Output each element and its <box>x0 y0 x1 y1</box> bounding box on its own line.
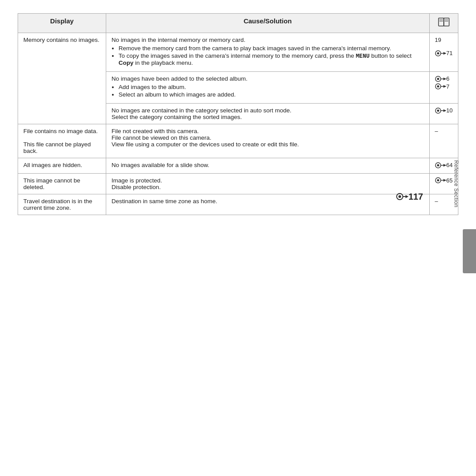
book-icon <box>438 17 450 28</box>
cause-cell-1c: No images are contained in the category … <box>106 104 430 124</box>
cause-cell-hidden: No images available for a slide show. <box>106 158 430 174</box>
troubleshooting-table: Display Cause/Solution <box>18 13 458 215</box>
ref-arrow-6: 6 <box>435 75 450 82</box>
svg-point-20 <box>437 109 439 112</box>
ref-arrow-7: 7 <box>435 83 450 90</box>
ref-arrow-64: 64 <box>435 162 453 168</box>
svg-rect-1 <box>439 18 444 26</box>
page-number-text: 117 <box>409 192 423 202</box>
ref-arrow-71: 71 <box>435 50 453 56</box>
header-ref <box>429 14 458 33</box>
ref-arrow-65: 65 <box>435 177 453 184</box>
cause-cell-deleted: Image is protected. Disable protection. <box>106 173 430 194</box>
ref-arrow-page <box>396 193 409 200</box>
svg-marker-30 <box>443 179 446 182</box>
ref-arrow-10: 10 <box>435 107 453 114</box>
cause-cell-file: File not created with this camera. File … <box>106 124 430 158</box>
svg-marker-18 <box>443 85 446 88</box>
svg-point-24 <box>437 164 439 166</box>
header-display: Display <box>18 14 106 33</box>
header-cause: Cause/Solution <box>106 14 430 33</box>
table-row: This image cannot be deleted. Image is p… <box>18 173 458 194</box>
table-row: Memory contains no images. No images in … <box>18 33 458 72</box>
ref-cell-1b: 6 7 <box>429 72 458 104</box>
display-cell-memory: Memory contains no images. <box>18 33 106 124</box>
svg-point-8 <box>437 52 439 54</box>
display-cell-travel: Travel destination is in the current tim… <box>18 194 106 215</box>
svg-point-32 <box>398 195 401 198</box>
table-row: All images are hidden. No images availab… <box>18 158 458 174</box>
svg-marker-22 <box>443 109 446 112</box>
cause-cell-1a: No images in the internal memory or memo… <box>106 33 430 72</box>
display-cell-file: File contains no image data. This file c… <box>18 124 106 158</box>
cause-cell-travel: Destination in same time zone as home. <box>106 194 430 215</box>
display-cell-hidden: All images are hidden. <box>18 158 106 174</box>
svg-marker-26 <box>443 164 446 167</box>
table-row: File contains no image data. This file c… <box>18 124 458 158</box>
svg-rect-0 <box>444 18 449 26</box>
ref-cell-1a: 19 71 <box>429 33 458 72</box>
svg-marker-14 <box>443 78 446 80</box>
svg-point-28 <box>437 179 439 182</box>
reference-section-label: Reference Section <box>453 160 459 207</box>
table-row: Travel destination is in the current tim… <box>18 194 458 215</box>
display-cell-deleted: This image cannot be deleted. <box>18 173 106 194</box>
side-tab <box>463 229 476 273</box>
svg-marker-34 <box>405 195 409 198</box>
svg-marker-10 <box>443 52 446 55</box>
ref-cell-1c: 10 <box>429 104 458 124</box>
ref-cell-file: – <box>429 124 458 158</box>
cause-cell-1b: No images have been added to the selecte… <box>106 72 430 104</box>
svg-point-12 <box>437 78 439 80</box>
page-number: 117 <box>396 192 423 202</box>
svg-point-16 <box>437 86 439 88</box>
